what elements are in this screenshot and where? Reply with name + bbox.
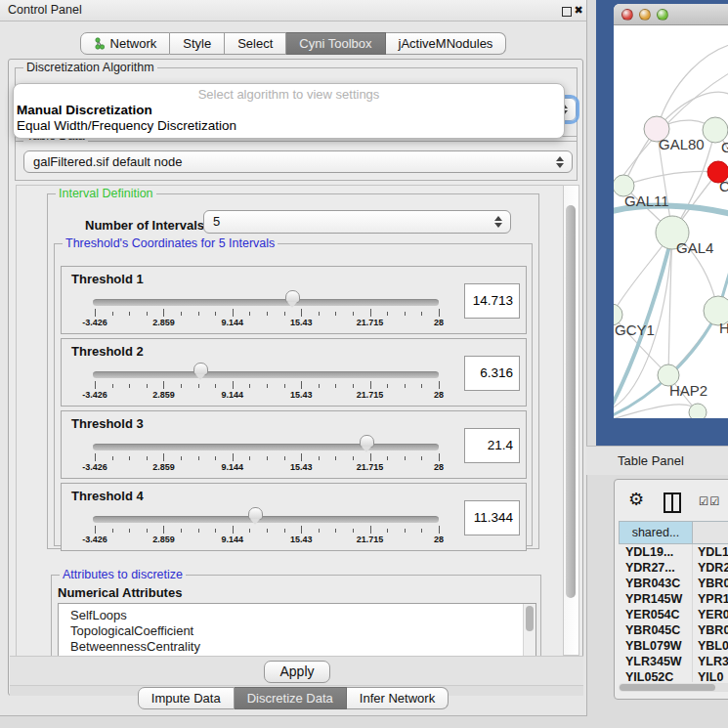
list-item-topologicalcoefficient[interactable]: TopologicalCoefficient bbox=[59, 623, 535, 639]
table-row[interactable]: YLR345WYLR3 bbox=[619, 654, 728, 669]
slider-thumb[interactable] bbox=[285, 290, 300, 303]
tick-mark bbox=[439, 526, 440, 534]
table-row[interactable]: YBR043CYBR0 bbox=[619, 576, 728, 591]
tab-network[interactable]: Network bbox=[80, 32, 171, 55]
slider-tick-labels: -3.4262.8599.14415.4321.71528 bbox=[95, 390, 439, 401]
interval-definition-group: Interval Definition Number of Intervals … bbox=[47, 193, 539, 549]
number-of-intervals-select[interactable]: 5 bbox=[203, 210, 511, 234]
settings-scrollbar[interactable] bbox=[563, 185, 579, 656]
table-cell: YBR045C bbox=[619, 622, 693, 638]
slider-track[interactable] bbox=[93, 299, 439, 306]
table-row[interactable]: YBR045CYBR0 bbox=[619, 622, 728, 638]
column-header-shared-[interactable]: shared... bbox=[619, 521, 693, 544]
table-cell: YLR345W bbox=[619, 654, 693, 669]
table-row[interactable]: YPR145WYPR1 bbox=[619, 591, 728, 607]
tick-mark bbox=[387, 529, 388, 533]
close-light[interactable] bbox=[621, 9, 633, 21]
tick-label: 2.859 bbox=[152, 535, 175, 544]
slider-thumb[interactable] bbox=[360, 435, 374, 448]
table-row[interactable]: YER054CYER0 bbox=[619, 607, 728, 622]
network-canvas[interactable]: GAL80GACGAL11GAL4GCY1HHAP2 bbox=[614, 25, 728, 418]
table-cell: YIL0 bbox=[693, 669, 728, 682]
table-data-select[interactable]: galFiltered.sif default node bbox=[23, 150, 573, 173]
control-panel-titlebar: Control Panel ✖ bbox=[0, 0, 586, 21]
tab-impute-data[interactable]: Impute Data bbox=[138, 687, 235, 709]
algorithm-option-manual-discretization[interactable]: Manual Discretization bbox=[14, 103, 564, 118]
tab-select[interactable]: Select bbox=[225, 32, 286, 55]
tick-mark bbox=[353, 384, 354, 388]
tick-label: -3.426 bbox=[82, 318, 107, 327]
tick-mark bbox=[163, 381, 164, 389]
algorithm-option-equal-width-frequency-discretization[interactable]: Equal Width/Frequency Discretization bbox=[14, 118, 564, 134]
slider-thumb[interactable] bbox=[248, 507, 263, 520]
split-view-icon[interactable] bbox=[664, 492, 681, 513]
threshold-value-field[interactable]: 14.713 bbox=[464, 283, 520, 319]
column-header-n[interactable]: n bbox=[693, 521, 728, 544]
tick-label: 21.715 bbox=[357, 462, 384, 472]
table-row[interactable]: YBL079WYBL0 bbox=[619, 638, 728, 654]
tick-mark bbox=[267, 529, 268, 533]
attributes-group: Attributes to discretize Numerical Attri… bbox=[51, 575, 541, 656]
thresholds-group-title: Threshold's Coordinates for 5 Intervals bbox=[63, 236, 278, 250]
threshold-value-field[interactable]: 11.344 bbox=[464, 500, 520, 535]
threshold-value-field[interactable]: 21.4 bbox=[464, 428, 520, 463]
tick-mark bbox=[233, 453, 234, 461]
tick-mark bbox=[405, 384, 406, 388]
gear-icon[interactable]: ⚙ bbox=[628, 489, 644, 509]
tick-mark bbox=[284, 312, 285, 316]
network-node-label: H bbox=[719, 320, 728, 336]
table-row[interactable]: YDR27...YDR2 bbox=[619, 560, 728, 576]
table-cell: YLR3 bbox=[693, 654, 728, 669]
list-item-selfloops[interactable]: SelfLoops bbox=[59, 608, 535, 623]
tick-mark bbox=[215, 384, 216, 388]
tab-style[interactable]: Style bbox=[170, 32, 225, 55]
table-row[interactable]: YIL052CYIL0 bbox=[619, 669, 728, 682]
tick-mark bbox=[163, 453, 164, 461]
minimize-light[interactable] bbox=[639, 9, 651, 21]
slider-track[interactable] bbox=[93, 371, 439, 378]
tick-mark bbox=[147, 456, 148, 460]
network-window-titlebar[interactable] bbox=[614, 4, 728, 25]
table-hscrollbar-thumb[interactable] bbox=[620, 684, 715, 691]
tick-mark bbox=[181, 312, 182, 316]
network-node[interactable] bbox=[689, 404, 707, 418]
slider-track[interactable] bbox=[93, 516, 439, 523]
tab-infer-network[interactable]: Infer Network bbox=[347, 687, 449, 709]
tick-mark bbox=[405, 312, 406, 316]
tick-mark bbox=[439, 309, 440, 317]
settings-scrollbar-thumb[interactable] bbox=[566, 205, 576, 598]
tick-mark bbox=[301, 453, 302, 461]
tick-mark bbox=[112, 312, 113, 316]
attributes-group-title: Attributes to discretize bbox=[60, 568, 186, 581]
number-of-intervals-value: 5 bbox=[213, 211, 220, 233]
tick-mark bbox=[129, 456, 130, 460]
table-data-selected-value: galFiltered.sif default node bbox=[33, 151, 182, 173]
close-icon[interactable]: ✖ bbox=[572, 0, 585, 21]
table-cell: YDL1 bbox=[693, 544, 728, 560]
slider-track[interactable] bbox=[93, 444, 439, 450]
table-hscrollbar[interactable] bbox=[619, 683, 728, 692]
zoom-light[interactable] bbox=[657, 9, 668, 21]
tick-mark bbox=[112, 529, 113, 533]
tick-label: 28 bbox=[434, 535, 444, 544]
tick-mark bbox=[233, 309, 234, 317]
list-item-betweennesscentrality[interactable]: BetweennessCentrality bbox=[59, 639, 535, 655]
tick-mark bbox=[370, 526, 371, 534]
tick-label: 15.43 bbox=[290, 535, 313, 544]
slider-thumb[interactable] bbox=[193, 363, 208, 375]
numerical-attributes-list[interactable]: SelfLoopsTopologicalCoefficientBetweenne… bbox=[58, 603, 536, 656]
table-row[interactable]: YDL19...YDL1 bbox=[619, 544, 728, 560]
float-window-icon[interactable] bbox=[562, 7, 572, 17]
threshold-value-field[interactable]: 6.316 bbox=[464, 356, 520, 391]
tab-cyni-toolbox[interactable]: Cyni Toolbox bbox=[286, 32, 385, 55]
apply-button[interactable]: Apply bbox=[264, 661, 330, 683]
list-scrollbar-thumb[interactable] bbox=[526, 606, 534, 631]
list-scrollbar[interactable] bbox=[523, 604, 535, 656]
tick-mark bbox=[335, 384, 336, 388]
tab-discretize-data[interactable]: Discretize Data bbox=[235, 687, 347, 709]
tab-jactivemnodules[interactable]: jActiveMNodules bbox=[386, 32, 507, 55]
tick-mark bbox=[370, 381, 371, 389]
tick-label: 2.859 bbox=[152, 318, 175, 327]
tick-mark bbox=[370, 453, 371, 461]
checkbox-icons[interactable]: ☑☑ bbox=[699, 494, 721, 508]
